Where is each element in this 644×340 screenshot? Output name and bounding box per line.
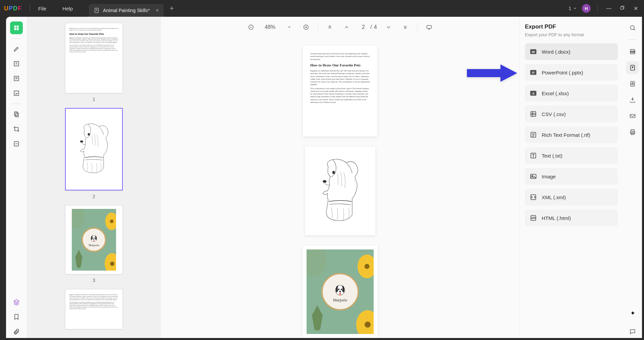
tab-title: Animal Painting Skills* <box>103 8 150 13</box>
next-page-button[interactable] <box>384 22 394 32</box>
workspace: Animals have been part of human art from… <box>6 17 642 338</box>
share-button[interactable] <box>626 94 639 106</box>
page-3[interactable]: Marjorie <box>303 245 378 338</box>
thumbnail-page-1[interactable]: Animals have been part of human art from… <box>65 23 123 93</box>
thumbnails-tool[interactable] <box>10 21 23 34</box>
crop-tool[interactable] <box>10 123 23 135</box>
notifications-button[interactable]: 1 <box>569 6 577 11</box>
pages-viewport[interactable]: Animals have been part of human art from… <box>161 37 519 338</box>
export-text-button[interactable]: Text (.txt) <box>525 147 618 164</box>
ocr-button[interactable]: OCR <box>626 45 639 58</box>
svg-rect-5 <box>17 25 19 27</box>
image-icon <box>530 173 537 180</box>
total-pages: 4 <box>374 24 377 30</box>
left-tool-rail <box>6 17 27 338</box>
document-tab[interactable]: Animal Painting Skills* × <box>89 4 164 17</box>
highlighter-tool[interactable] <box>10 43 23 55</box>
current-page[interactable]: 2 <box>358 24 368 30</box>
zoom-out-button[interactable] <box>246 22 256 32</box>
word-icon: W <box>530 48 537 55</box>
presentation-button[interactable] <box>424 22 434 32</box>
export-panel-title: Export PDF <box>525 23 618 30</box>
thumbnail-page-3[interactable]: Marjorie <box>65 205 123 274</box>
last-page-button[interactable] <box>400 22 411 32</box>
svg-rect-42 <box>531 112 536 117</box>
zoom-dropdown[interactable] <box>284 22 294 32</box>
window-close-button[interactable]: ✕ <box>631 5 640 12</box>
export-panel: Export PDF Export your PDF to any format… <box>519 17 623 338</box>
export-panel-subtitle: Export your PDF to any format <box>525 32 618 37</box>
prev-page-button[interactable] <box>341 22 352 32</box>
export-html-button[interactable]: HTML (.html) <box>525 210 618 226</box>
right-tool-rail: OCR ✦ <box>623 17 642 338</box>
svg-point-33 <box>341 288 342 290</box>
print-button[interactable] <box>626 126 639 138</box>
svg-rect-12 <box>14 91 18 95</box>
search-button[interactable] <box>626 21 639 34</box>
svg-line-50 <box>634 29 635 30</box>
thumbnail-page-2[interactable] <box>65 108 123 190</box>
svg-rect-28 <box>427 25 432 29</box>
organize-pages-tool[interactable] <box>10 108 23 121</box>
export-image-button[interactable]: Image <box>525 168 618 185</box>
svg-point-49 <box>630 25 634 30</box>
svg-text:OCR: OCR <box>630 51 635 53</box>
xml-icon <box>530 193 537 201</box>
svg-rect-13 <box>14 112 17 116</box>
separator <box>12 38 21 39</box>
page-1[interactable]: Animals have been part of human art from… <box>303 46 377 136</box>
export-excel-button[interactable]: X Excel (.xlsx) <box>525 85 618 102</box>
protect-button[interactable] <box>626 77 639 90</box>
edit-text-tool[interactable] <box>10 57 23 70</box>
separator <box>597 5 598 12</box>
svg-rect-56 <box>630 114 635 118</box>
window-maximize-button[interactable] <box>618 5 627 11</box>
user-avatar[interactable]: H <box>582 4 591 13</box>
dog-sketch-icon <box>310 153 370 229</box>
menu-file[interactable]: File <box>38 6 46 11</box>
csv-icon <box>530 110 537 118</box>
text-icon <box>530 152 537 159</box>
export-word-button[interactable]: W Word (.docx) <box>525 43 618 60</box>
app-logo: UPDF <box>4 5 22 12</box>
thumb-number: 2 <box>93 194 95 199</box>
email-button[interactable] <box>626 110 639 122</box>
svg-point-30 <box>323 180 326 182</box>
page-2[interactable] <box>305 147 375 235</box>
html-icon <box>530 214 537 222</box>
menu-help[interactable]: Help <box>62 6 73 11</box>
svg-point-35 <box>339 293 341 295</box>
svg-rect-14 <box>16 113 18 117</box>
svg-point-19 <box>93 237 94 238</box>
tab-close-button[interactable]: × <box>156 7 159 13</box>
form-tool[interactable] <box>10 87 23 100</box>
export-csv-button[interactable]: CSV (.csv) <box>525 106 618 122</box>
powerpoint-icon: P <box>530 69 537 76</box>
attachment-tool[interactable] <box>10 325 23 338</box>
first-page-button[interactable] <box>325 22 335 32</box>
export-button[interactable] <box>626 61 639 74</box>
svg-point-32 <box>338 288 339 290</box>
layers-tool[interactable] <box>10 296 23 308</box>
thumb-number: 1 <box>93 97 95 102</box>
separator <box>318 23 318 31</box>
new-tab-button[interactable]: + <box>170 4 174 13</box>
ai-assistant-button[interactable]: ✦ <box>628 308 637 318</box>
document-canvas[interactable]: 48% 2 / 4 Animals have been part of huma… <box>161 17 519 338</box>
reading-tool[interactable] <box>10 72 23 85</box>
redact-tool[interactable] <box>10 137 23 150</box>
thumbnail-page-4[interactable]: Egyptian art celebrates animals like cat… <box>65 289 123 329</box>
export-rtf-button[interactable]: Rich Text Format (.rtf) <box>525 126 618 143</box>
comment-button[interactable] <box>626 325 639 338</box>
export-xml-button[interactable]: XML (.xml) <box>525 189 618 206</box>
thumbnails-panel[interactable]: Animals have been part of human art from… <box>27 17 161 338</box>
export-powerpoint-button[interactable]: P PowerPoint (.pptx) <box>525 64 618 81</box>
svg-point-29 <box>332 171 335 174</box>
window-minimize-button[interactable]: — <box>604 5 613 11</box>
svg-rect-55 <box>632 83 634 85</box>
bookmark-tool[interactable] <box>10 310 23 323</box>
separator <box>628 40 637 40</box>
svg-text:W: W <box>532 50 535 54</box>
svg-rect-4 <box>14 25 16 27</box>
zoom-in-button[interactable] <box>301 22 311 32</box>
